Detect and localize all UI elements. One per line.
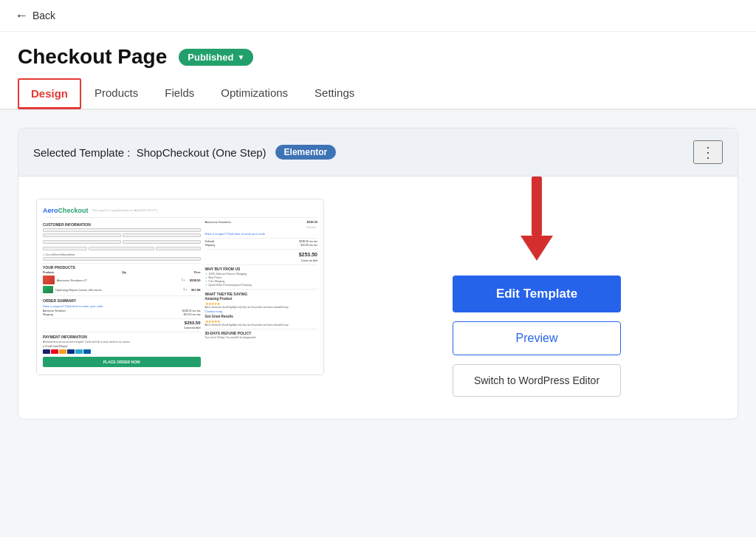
checkout-mini: AeroCheckout Need support? ✉ support@exa… [37, 199, 323, 374]
edit-template-button[interactable]: Edit Template [453, 276, 621, 312]
template-body: AeroCheckout Need support? ✉ support@exa… [18, 177, 738, 419]
tab-design[interactable]: Design [18, 78, 81, 109]
page-title: Checkout Page [18, 45, 167, 69]
template-info: Selected Template : ShopCheckout (One St… [33, 145, 336, 160]
tab-products[interactable]: Products [81, 78, 151, 110]
template-preview-image: AeroCheckout Need support? ✉ support@exa… [36, 199, 324, 375]
published-badge[interactable]: Published ▼ [179, 49, 253, 66]
elementor-badge: Elementor [275, 145, 337, 160]
switch-to-wordpress-editor-button[interactable]: Switch to WordPress Editor [453, 364, 621, 397]
back-link[interactable]: ← Back [15, 9, 55, 22]
tab-optimizations[interactable]: Optimizations [207, 78, 301, 110]
action-area: Edit Template Preview Switch to WordPres… [354, 199, 720, 397]
back-label: Back [32, 10, 55, 21]
back-arrow-icon: ← [15, 9, 28, 22]
down-arrow-indicator [520, 177, 553, 261]
selected-template-label: Selected Template : ShopCheckout (One St… [33, 146, 267, 159]
template-card: Selected Template : ShopCheckout (One St… [18, 128, 738, 420]
more-options-button[interactable]: ⋮ [693, 140, 723, 164]
published-label: Published [188, 52, 233, 63]
top-bar: ← Back [0, 0, 756, 32]
chevron-down-icon: ▼ [237, 53, 244, 61]
tabs-bar: Design Products Fields Optimizations Set… [0, 78, 756, 110]
preview-button[interactable]: Preview [453, 321, 621, 355]
template-header: Selected Template : ShopCheckout (One St… [18, 129, 738, 177]
page-header: Checkout Page Published ▼ [0, 32, 756, 78]
action-buttons: Edit Template Preview Switch to WordPres… [453, 276, 621, 397]
main-content: Selected Template : ShopCheckout (One St… [0, 110, 756, 537]
tab-fields[interactable]: Fields [151, 78, 207, 110]
tab-settings[interactable]: Settings [301, 78, 368, 110]
